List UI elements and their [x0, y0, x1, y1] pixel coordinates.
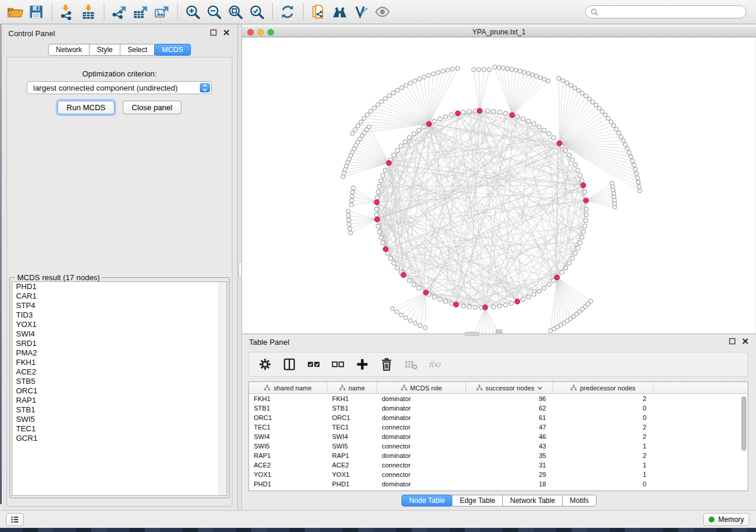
column-header-shared-name[interactable]: shared name [249, 382, 327, 393]
table-cell[interactable]: 0 [553, 403, 653, 413]
panel-splitter-horizontal-grip[interactable] [465, 332, 479, 336]
mcds-result-node[interactable]: SRD1 [12, 339, 227, 348]
table-cell[interactable]: SWI4 [327, 432, 377, 441]
tab-network-table[interactable]: Network Table [502, 495, 563, 507]
table-cell[interactable]: TEC1 [327, 422, 377, 432]
table-cell[interactable]: RAP1 [327, 451, 377, 460]
mcds-result-node[interactable]: STB5 [12, 377, 227, 386]
table-cell[interactable]: 47 [466, 422, 553, 432]
table-cell[interactable]: STB1 [327, 403, 377, 413]
table-cell[interactable]: 18 [466, 479, 553, 489]
mcds-result-node[interactable]: ORC1 [12, 386, 227, 396]
table-cell[interactable]: 1 [553, 470, 653, 479]
mcds-result-node[interactable]: CAR1 [12, 291, 227, 301]
table-cell[interactable]: 29 [466, 470, 553, 479]
mcds-list-scrollbar[interactable] [219, 282, 227, 495]
apply-style-button[interactable] [352, 2, 372, 22]
column-header-successor-nodes[interactable]: successor nodes [466, 382, 553, 393]
table-row[interactable]: SWI5SWI5connector431 [249, 441, 748, 451]
tab-edge-table[interactable]: Edge Table [452, 495, 503, 507]
table-cell[interactable]: 31 [466, 460, 553, 470]
table-cell[interactable]: TEC1 [249, 422, 327, 432]
mcds-result-node[interactable]: FKH1 [12, 358, 227, 367]
table-cell[interactable]: 2 [553, 422, 653, 432]
table-cell[interactable]: 35 [466, 451, 553, 460]
zoom-selected-button[interactable] [247, 2, 267, 22]
mcds-result-node[interactable]: STB1 [12, 405, 227, 415]
mcds-result-node[interactable]: RAP1 [12, 396, 227, 405]
panel-splitter-vertical[interactable] [237, 24, 242, 510]
table-cell[interactable]: SWI5 [249, 441, 327, 451]
clone-network-button[interactable] [309, 2, 329, 22]
mcds-result-node[interactable]: PMA2 [12, 348, 227, 358]
mcds-result-node[interactable]: YOX1 [12, 320, 227, 329]
table-row[interactable]: ACE2ACE2connector311 [249, 460, 748, 470]
add-row-button[interactable] [355, 357, 370, 372]
column-header-predecessor-nodes[interactable]: predecessor nodes [553, 382, 653, 393]
delete-table-button[interactable] [403, 357, 419, 372]
export-image-button[interactable] [152, 2, 173, 22]
column-header-mcds-role[interactable]: MCDS role [377, 382, 466, 393]
table-cell[interactable]: RAP1 [249, 451, 327, 460]
table-cell[interactable]: dominator [377, 451, 466, 460]
table-cell[interactable]: 1 [553, 460, 653, 470]
import-table-button[interactable] [79, 2, 99, 22]
table-row[interactable]: FKH1FKH1dominator962 [249, 394, 748, 403]
float-panel-icon[interactable] [729, 338, 736, 345]
network-window-titlebar[interactable]: YPA_prune.txt_1 [242, 26, 756, 37]
tab-motifs[interactable]: Motifs [562, 495, 596, 507]
table-row[interactable]: PHD1PHD1dominator180 [249, 479, 748, 489]
refresh-network-button[interactable] [278, 2, 298, 22]
table-cell[interactable]: dominator [377, 432, 466, 441]
table-cell[interactable]: STB1 [249, 403, 327, 413]
table-settings-button[interactable] [257, 357, 273, 372]
save-session-button[interactable] [27, 2, 47, 22]
table-cell[interactable]: connector [377, 470, 466, 479]
open-file-button[interactable] [5, 2, 25, 22]
mcds-result-node[interactable]: PHD1 [12, 282, 227, 291]
table-scrollbar-thumb[interactable] [741, 396, 747, 451]
table-cell[interactable]: 61 [466, 413, 553, 422]
table-cell[interactable]: ACE2 [249, 460, 327, 470]
table-row[interactable]: SWI4SWI4dominator462 [249, 432, 748, 441]
zoom-in-button[interactable] [183, 2, 203, 22]
table-cell[interactable]: SWI4 [249, 432, 327, 441]
mcds-result-node[interactable]: TEC1 [12, 424, 227, 434]
network-graph[interactable] [243, 38, 755, 334]
table-cell[interactable]: SWI5 [327, 441, 377, 451]
table-cell[interactable]: connector [377, 441, 466, 451]
table-cell[interactable]: ORC1 [249, 413, 327, 422]
close-panel-icon[interactable] [223, 29, 230, 36]
table-cell[interactable]: 96 [466, 394, 553, 403]
table-cell[interactable]: PHD1 [249, 479, 327, 489]
mcds-result-node[interactable]: ACE2 [12, 367, 227, 377]
show-column-button[interactable] [282, 357, 297, 372]
function-builder-button[interactable]: f(x) [428, 357, 451, 372]
tab-style[interactable]: Style [89, 44, 120, 56]
table-cell[interactable]: YOX1 [249, 470, 327, 479]
delete-row-button[interactable] [379, 357, 394, 372]
table-cell[interactable]: 0 [553, 479, 653, 489]
table-cell[interactable]: 0 [553, 413, 653, 422]
tab-node-table[interactable]: Node Table [401, 495, 453, 507]
table-cell[interactable]: dominator [377, 479, 466, 489]
mcds-result-node[interactable]: STP4 [12, 301, 227, 310]
zoom-fit-button[interactable] [226, 2, 246, 22]
table-row[interactable]: TEC1TEC1connector472 [249, 422, 748, 432]
close-panel-button[interactable]: Close panel [123, 101, 181, 114]
import-network-button[interactable] [58, 2, 78, 22]
table-cell[interactable]: 2 [553, 432, 653, 441]
float-panel-icon[interactable] [210, 29, 217, 36]
table-cell[interactable]: dominator [377, 403, 466, 413]
tab-select[interactable]: Select [120, 44, 155, 56]
table-row[interactable]: ORC1ORC1dominator610 [249, 413, 748, 422]
export-network-button[interactable] [110, 2, 130, 22]
table-cell[interactable]: connector [377, 422, 466, 432]
show-panels-menu-button[interactable] [6, 513, 24, 526]
close-panel-icon[interactable] [742, 338, 749, 345]
table-row[interactable]: RAP1RAP1dominator352 [249, 451, 748, 460]
zoom-out-button[interactable] [205, 2, 225, 22]
table-cell[interactable]: 2 [553, 451, 653, 460]
tab-mcds[interactable]: MCDS [154, 44, 190, 56]
table-cell[interactable]: YOX1 [327, 470, 377, 479]
